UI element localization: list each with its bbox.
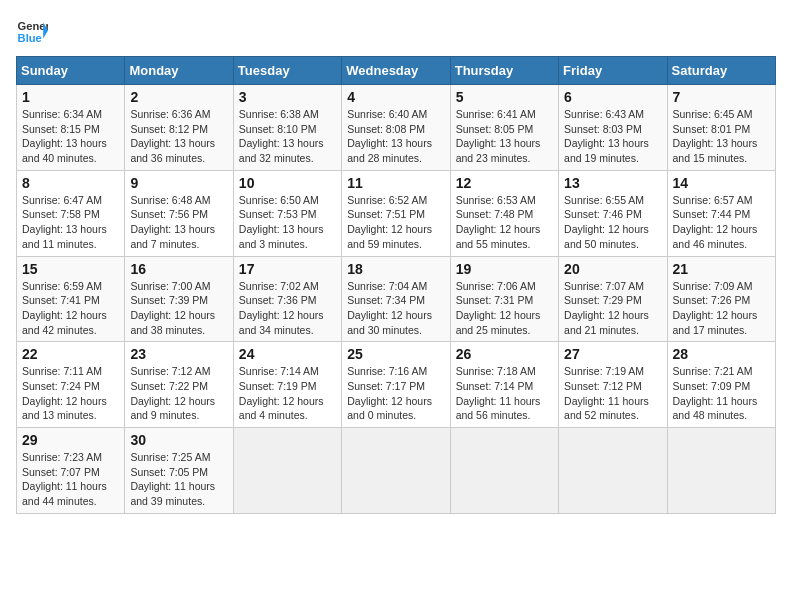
day-info: Sunrise: 6:47 AMSunset: 7:58 PMDaylight:… xyxy=(22,193,119,252)
day-cell-24: 24Sunrise: 7:14 AMSunset: 7:19 PMDayligh… xyxy=(233,342,341,428)
header-cell-tuesday: Tuesday xyxy=(233,57,341,85)
day-cell-15: 15Sunrise: 6:59 AMSunset: 7:41 PMDayligh… xyxy=(17,256,125,342)
day-number: 23 xyxy=(130,346,227,362)
day-info: Sunrise: 6:53 AMSunset: 7:48 PMDaylight:… xyxy=(456,193,553,252)
day-number: 1 xyxy=(22,89,119,105)
day-info: Sunrise: 6:52 AMSunset: 7:51 PMDaylight:… xyxy=(347,193,444,252)
day-info: Sunrise: 7:09 AMSunset: 7:26 PMDaylight:… xyxy=(673,279,770,338)
day-cell-30: 30Sunrise: 7:25 AMSunset: 7:05 PMDayligh… xyxy=(125,428,233,514)
day-number: 20 xyxy=(564,261,661,277)
day-info: Sunrise: 6:41 AMSunset: 8:05 PMDaylight:… xyxy=(456,107,553,166)
day-cell-27: 27Sunrise: 7:19 AMSunset: 7:12 PMDayligh… xyxy=(559,342,667,428)
day-number: 18 xyxy=(347,261,444,277)
day-info: Sunrise: 7:25 AMSunset: 7:05 PMDaylight:… xyxy=(130,450,227,509)
day-info: Sunrise: 7:00 AMSunset: 7:39 PMDaylight:… xyxy=(130,279,227,338)
day-info: Sunrise: 7:06 AMSunset: 7:31 PMDaylight:… xyxy=(456,279,553,338)
header-cell-friday: Friday xyxy=(559,57,667,85)
day-number: 5 xyxy=(456,89,553,105)
day-info: Sunrise: 7:14 AMSunset: 7:19 PMDaylight:… xyxy=(239,364,336,423)
day-number: 14 xyxy=(673,175,770,191)
day-cell-2: 2Sunrise: 6:36 AMSunset: 8:12 PMDaylight… xyxy=(125,85,233,171)
day-cell-8: 8Sunrise: 6:47 AMSunset: 7:58 PMDaylight… xyxy=(17,170,125,256)
day-cell-6: 6Sunrise: 6:43 AMSunset: 8:03 PMDaylight… xyxy=(559,85,667,171)
logo-icon: General Blue xyxy=(16,16,48,48)
day-cell-14: 14Sunrise: 6:57 AMSunset: 7:44 PMDayligh… xyxy=(667,170,775,256)
calendar-row-4: 29Sunrise: 7:23 AMSunset: 7:07 PMDayligh… xyxy=(17,428,776,514)
day-cell-19: 19Sunrise: 7:06 AMSunset: 7:31 PMDayligh… xyxy=(450,256,558,342)
day-number: 16 xyxy=(130,261,227,277)
logo: General Blue xyxy=(16,16,48,48)
day-number: 29 xyxy=(22,432,119,448)
day-info: Sunrise: 6:38 AMSunset: 8:10 PMDaylight:… xyxy=(239,107,336,166)
day-cell-10: 10Sunrise: 6:50 AMSunset: 7:53 PMDayligh… xyxy=(233,170,341,256)
day-info: Sunrise: 7:18 AMSunset: 7:14 PMDaylight:… xyxy=(456,364,553,423)
day-info: Sunrise: 7:04 AMSunset: 7:34 PMDaylight:… xyxy=(347,279,444,338)
day-info: Sunrise: 6:50 AMSunset: 7:53 PMDaylight:… xyxy=(239,193,336,252)
day-cell-7: 7Sunrise: 6:45 AMSunset: 8:01 PMDaylight… xyxy=(667,85,775,171)
day-number: 26 xyxy=(456,346,553,362)
empty-cell xyxy=(233,428,341,514)
day-info: Sunrise: 6:48 AMSunset: 7:56 PMDaylight:… xyxy=(130,193,227,252)
calendar-table: SundayMondayTuesdayWednesdayThursdayFrid… xyxy=(16,56,776,514)
day-cell-25: 25Sunrise: 7:16 AMSunset: 7:17 PMDayligh… xyxy=(342,342,450,428)
day-info: Sunrise: 7:19 AMSunset: 7:12 PMDaylight:… xyxy=(564,364,661,423)
day-number: 27 xyxy=(564,346,661,362)
day-cell-22: 22Sunrise: 7:11 AMSunset: 7:24 PMDayligh… xyxy=(17,342,125,428)
day-info: Sunrise: 6:59 AMSunset: 7:41 PMDaylight:… xyxy=(22,279,119,338)
calendar-row-0: 1Sunrise: 6:34 AMSunset: 8:15 PMDaylight… xyxy=(17,85,776,171)
day-cell-16: 16Sunrise: 7:00 AMSunset: 7:39 PMDayligh… xyxy=(125,256,233,342)
day-info: Sunrise: 7:16 AMSunset: 7:17 PMDaylight:… xyxy=(347,364,444,423)
day-info: Sunrise: 7:11 AMSunset: 7:24 PMDaylight:… xyxy=(22,364,119,423)
day-cell-9: 9Sunrise: 6:48 AMSunset: 7:56 PMDaylight… xyxy=(125,170,233,256)
day-cell-12: 12Sunrise: 6:53 AMSunset: 7:48 PMDayligh… xyxy=(450,170,558,256)
day-number: 11 xyxy=(347,175,444,191)
header-row: SundayMondayTuesdayWednesdayThursdayFrid… xyxy=(17,57,776,85)
day-number: 6 xyxy=(564,89,661,105)
day-number: 19 xyxy=(456,261,553,277)
day-info: Sunrise: 6:40 AMSunset: 8:08 PMDaylight:… xyxy=(347,107,444,166)
header-cell-monday: Monday xyxy=(125,57,233,85)
header-cell-thursday: Thursday xyxy=(450,57,558,85)
day-number: 10 xyxy=(239,175,336,191)
day-cell-20: 20Sunrise: 7:07 AMSunset: 7:29 PMDayligh… xyxy=(559,256,667,342)
day-cell-17: 17Sunrise: 7:02 AMSunset: 7:36 PMDayligh… xyxy=(233,256,341,342)
day-cell-21: 21Sunrise: 7:09 AMSunset: 7:26 PMDayligh… xyxy=(667,256,775,342)
calendar-body: 1Sunrise: 6:34 AMSunset: 8:15 PMDaylight… xyxy=(17,85,776,514)
day-cell-18: 18Sunrise: 7:04 AMSunset: 7:34 PMDayligh… xyxy=(342,256,450,342)
day-number: 4 xyxy=(347,89,444,105)
day-number: 28 xyxy=(673,346,770,362)
page-header: General Blue xyxy=(16,16,776,48)
day-info: Sunrise: 7:07 AMSunset: 7:29 PMDaylight:… xyxy=(564,279,661,338)
day-cell-5: 5Sunrise: 6:41 AMSunset: 8:05 PMDaylight… xyxy=(450,85,558,171)
day-info: Sunrise: 7:23 AMSunset: 7:07 PMDaylight:… xyxy=(22,450,119,509)
day-number: 2 xyxy=(130,89,227,105)
empty-cell xyxy=(667,428,775,514)
day-info: Sunrise: 7:12 AMSunset: 7:22 PMDaylight:… xyxy=(130,364,227,423)
day-cell-23: 23Sunrise: 7:12 AMSunset: 7:22 PMDayligh… xyxy=(125,342,233,428)
calendar-header: SundayMondayTuesdayWednesdayThursdayFrid… xyxy=(17,57,776,85)
day-number: 24 xyxy=(239,346,336,362)
day-number: 7 xyxy=(673,89,770,105)
day-number: 3 xyxy=(239,89,336,105)
svg-text:Blue: Blue xyxy=(18,32,42,44)
empty-cell xyxy=(342,428,450,514)
day-cell-26: 26Sunrise: 7:18 AMSunset: 7:14 PMDayligh… xyxy=(450,342,558,428)
day-number: 8 xyxy=(22,175,119,191)
calendar-row-2: 15Sunrise: 6:59 AMSunset: 7:41 PMDayligh… xyxy=(17,256,776,342)
day-number: 17 xyxy=(239,261,336,277)
day-info: Sunrise: 6:57 AMSunset: 7:44 PMDaylight:… xyxy=(673,193,770,252)
empty-cell xyxy=(450,428,558,514)
day-cell-28: 28Sunrise: 7:21 AMSunset: 7:09 PMDayligh… xyxy=(667,342,775,428)
day-info: Sunrise: 6:36 AMSunset: 8:12 PMDaylight:… xyxy=(130,107,227,166)
calendar-row-1: 8Sunrise: 6:47 AMSunset: 7:58 PMDaylight… xyxy=(17,170,776,256)
header-cell-wednesday: Wednesday xyxy=(342,57,450,85)
day-number: 21 xyxy=(673,261,770,277)
day-number: 15 xyxy=(22,261,119,277)
day-number: 30 xyxy=(130,432,227,448)
empty-cell xyxy=(559,428,667,514)
day-info: Sunrise: 6:55 AMSunset: 7:46 PMDaylight:… xyxy=(564,193,661,252)
day-number: 12 xyxy=(456,175,553,191)
day-cell-1: 1Sunrise: 6:34 AMSunset: 8:15 PMDaylight… xyxy=(17,85,125,171)
day-cell-29: 29Sunrise: 7:23 AMSunset: 7:07 PMDayligh… xyxy=(17,428,125,514)
day-cell-11: 11Sunrise: 6:52 AMSunset: 7:51 PMDayligh… xyxy=(342,170,450,256)
